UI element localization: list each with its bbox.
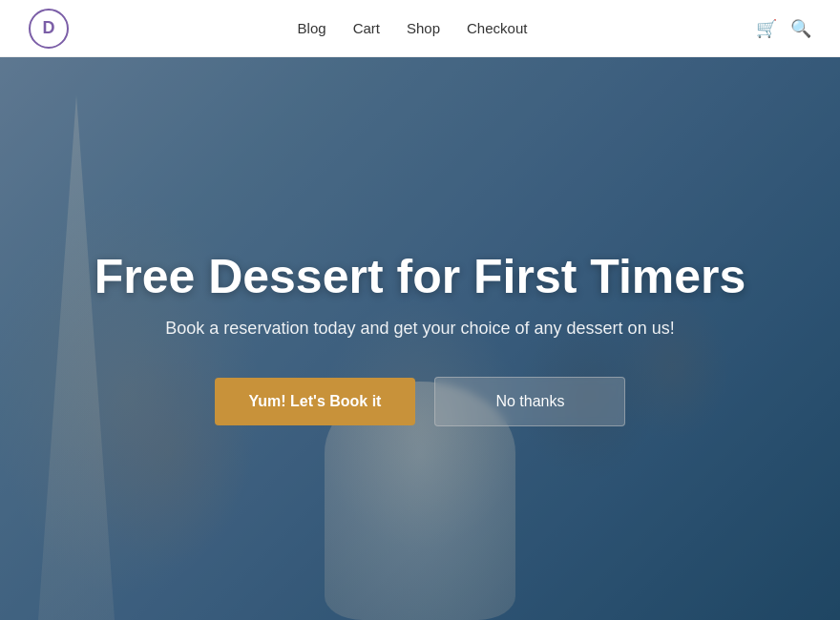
logo-letter: D	[43, 18, 55, 38]
nav-blog[interactable]: Blog	[298, 20, 326, 36]
hero-buttons: Yum! Let's Book it No thanks	[94, 377, 746, 426]
hero-subtitle: Book a reservation today and get your ch…	[94, 319, 746, 339]
hero-title: Free Dessert for First Timers	[94, 251, 746, 303]
nav-cart[interactable]: Cart	[353, 20, 380, 36]
book-it-button[interactable]: Yum! Let's Book it	[215, 378, 416, 425]
nav-checkout[interactable]: Checkout	[467, 20, 527, 36]
no-thanks-button[interactable]: No thanks	[434, 377, 625, 426]
hero-section: Free Dessert for First Timers Book a res…	[0, 57, 840, 620]
search-icon[interactable]: 🔍	[790, 18, 811, 39]
cart-icon[interactable]: 🛒	[756, 18, 777, 39]
nav-shop[interactable]: Shop	[407, 20, 440, 36]
navbar: D Blog Cart Shop Checkout 🛒 🔍	[0, 0, 840, 57]
hero-content: Free Dessert for First Timers Book a res…	[37, 251, 804, 426]
nav-links: Blog Cart Shop Checkout	[298, 20, 528, 36]
site-logo[interactable]: D	[29, 9, 69, 49]
nav-icon-group: 🛒 🔍	[756, 18, 811, 39]
